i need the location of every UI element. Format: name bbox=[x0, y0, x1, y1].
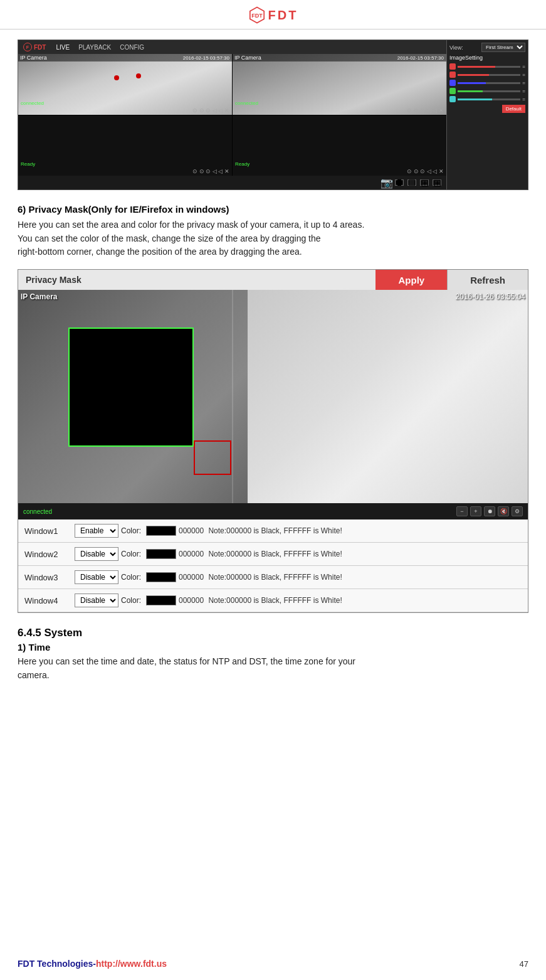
section6-line3: right-bottom corner, change the position… bbox=[18, 247, 302, 257]
window-3-select-wrap: Enable Disable Color: 000000 Note:000000… bbox=[75, 570, 522, 584]
privacy-mask-rect-1[interactable] bbox=[68, 328, 194, 447]
nvr-slider-2-fill bbox=[458, 74, 489, 76]
window-1-label: Window1 bbox=[18, 519, 68, 543]
svg-text:FDT: FDT bbox=[251, 13, 263, 19]
nvr-slider-1-track[interactable] bbox=[458, 66, 520, 68]
nvr-stream-select[interactable]: First Stream Second Stream bbox=[481, 43, 525, 52]
window-4-select-wrap: Enable Disable Color: 000000 Note:000000… bbox=[75, 594, 522, 607]
nvr-slider-2-val: = bbox=[522, 72, 525, 78]
nvr-cell-2-status: connected bbox=[235, 100, 258, 106]
nvr-slider-2: = bbox=[449, 72, 525, 78]
window-3-select[interactable]: Enable Disable bbox=[75, 570, 118, 584]
cam-settings-btn[interactable]: ⚙ bbox=[512, 506, 523, 516]
window-2-control: Enable Disable Color: 000000 Note:000000… bbox=[68, 543, 528, 566]
nvr-grid-icon[interactable]: ⊞ bbox=[433, 179, 441, 186]
nvr-slider-3-track[interactable] bbox=[458, 82, 520, 84]
nvr-imagesetting-label: ImageSetting bbox=[449, 55, 525, 61]
cam-minus-btn[interactable]: − bbox=[456, 506, 468, 516]
nvr-nav: LIVE PLAYBACK CONFIG bbox=[56, 44, 144, 51]
nvr-topbar: F FDT LIVE PLAYBACK CONFIG bbox=[18, 40, 446, 54]
window-2-note: 000000 bbox=[179, 550, 204, 558]
nvr-main-view: F FDT LIVE PLAYBACK CONFIG IP Camera 201… bbox=[18, 40, 447, 190]
section6-heading: 6) Privacy Mask(Only for IE/Firefox in w… bbox=[18, 204, 528, 215]
privacy-panel-header: Privacy Mask Apply Refresh bbox=[18, 270, 528, 290]
window-2-select[interactable]: Enable Disable bbox=[75, 547, 118, 561]
nvr-bottom-bar: 📷 ⏺ □ ⊞ ⊞ bbox=[18, 176, 446, 189]
nvr-logo-icon: F bbox=[23, 43, 32, 51]
nvr-slider-4-track[interactable] bbox=[458, 90, 520, 92]
nvr-nav-config[interactable]: CONFIG bbox=[120, 44, 144, 51]
footer-link: FDT Technologies-http://www.fdt.us bbox=[18, 959, 167, 969]
nvr-cell-1: IP Camera 2016-02-15 03:57:30 connected … bbox=[18, 54, 232, 115]
footer-url[interactable]: http://www.fdt.us bbox=[96, 959, 167, 969]
nvr-nav-playback[interactable]: PLAYBACK bbox=[78, 44, 111, 51]
window-4-note: 000000 bbox=[179, 596, 204, 605]
privacy-mask-rect-2[interactable] bbox=[194, 440, 231, 475]
nvr-cell-2-timestamp: 2016-02-15 03:57:30 bbox=[397, 55, 444, 61]
window-1-select[interactable]: Enable Disable bbox=[75, 524, 118, 538]
window-1-color-label: Color: bbox=[121, 526, 141, 535]
window-1-note-text: Note:000000 is Black, FFFFFF is White! bbox=[206, 526, 342, 535]
window-1-color-box[interactable] bbox=[146, 526, 176, 536]
window-1-note: 000000 bbox=[179, 526, 204, 535]
page-header: FDT FDT bbox=[0, 0, 546, 29]
nvr-logo: F FDT bbox=[23, 43, 46, 51]
window-2-label: Window2 bbox=[18, 543, 68, 566]
window-4-control: Enable Disable Color: 000000 Note:000000… bbox=[68, 589, 528, 612]
window-2-note-text: Note:000000 is Black, FFFFFF is White! bbox=[206, 550, 342, 558]
window-4-color-label: Color: bbox=[121, 596, 141, 605]
camera-timestamp: 2016-01-26 03:55:04 bbox=[456, 292, 525, 301]
window-4-select[interactable]: Enable Disable bbox=[75, 594, 118, 607]
window-row-2: Window2 Enable Disable Color: 000000 Not… bbox=[18, 543, 528, 566]
nvr-slider-5-track[interactable] bbox=[458, 99, 520, 100]
window-3-note: 000000 bbox=[179, 573, 204, 582]
window-row-3: Window3 Enable Disable Color: 000000 Not… bbox=[18, 566, 528, 589]
privacy-camera-view: IP Camera 2016-01-26 03:55:04 bbox=[18, 290, 528, 503]
window-4-note-text: Note:000000 is Black, FFFFFF is White! bbox=[206, 596, 342, 605]
window-3-color-label: Color: bbox=[121, 573, 141, 582]
window-3-color-box[interactable] bbox=[146, 572, 176, 582]
window-3-note-text: Note:000000 is Black, FFFFFF is White! bbox=[206, 573, 342, 582]
privacy-mask-panel: Privacy Mask Apply Refresh IP Camera 201… bbox=[18, 269, 528, 613]
nvr-slider-2-track[interactable] bbox=[458, 74, 520, 76]
nvr-default-button[interactable]: Default bbox=[502, 105, 525, 113]
window-1-control: Enable Disable Color: 000000 Note:000000… bbox=[68, 519, 528, 543]
footer-brand: FDT Technologies- bbox=[18, 959, 96, 969]
cam-rec-btn[interactable]: ⏺ bbox=[484, 506, 495, 516]
footer-page-number: 47 bbox=[520, 959, 528, 969]
section645-sub-heading: 1) Time bbox=[18, 642, 528, 652]
section645-body: Here you can set the time and date, the … bbox=[18, 655, 528, 682]
cam-mic-btn[interactable]: 🔇 bbox=[498, 506, 509, 516]
privacy-refresh-button[interactable]: Refresh bbox=[447, 270, 528, 290]
section645-heading: 6.4.5 System bbox=[18, 627, 528, 639]
section6-body: Here you can set the area and color for … bbox=[18, 218, 528, 259]
nvr-cell-3-status: Ready bbox=[21, 161, 35, 167]
privacy-apply-button[interactable]: Apply bbox=[375, 270, 447, 290]
nvr-cell-3: Ready ⊙ ⊙ ⊙ ◁ ◁ ✕ bbox=[18, 115, 232, 176]
nvr-single-icon[interactable]: □ bbox=[407, 179, 416, 186]
nvr-snap-icon[interactable]: 📷 bbox=[382, 179, 391, 186]
fdt-logo: FDT FDT bbox=[248, 6, 298, 24]
nvr-slider-3-val: = bbox=[522, 80, 525, 86]
nvr-slider-5-fill bbox=[458, 99, 492, 100]
page-footer: FDT Technologies-http://www.fdt.us 47 bbox=[18, 959, 528, 969]
camera-controls: − + ⏺ 🔇 ⚙ bbox=[456, 506, 523, 516]
camera-label: IP Camera bbox=[21, 292, 57, 301]
nvr-quad-icon[interactable]: ⊞ bbox=[420, 179, 429, 186]
nvr-cell-2: IP Camera 2016-02-15 03:57:30 connected … bbox=[233, 54, 446, 115]
nvr-rec-icon[interactable]: ⏺ bbox=[395, 179, 404, 186]
nvr-view-row: View: First Stream Second Stream bbox=[449, 43, 525, 52]
camera-divider bbox=[232, 290, 233, 503]
window-2-color-box[interactable] bbox=[146, 549, 176, 559]
window-row-4: Window4 Enable Disable Color: 000000 Not… bbox=[18, 589, 528, 612]
window-1-select-wrap: Enable Disable Color: 000000 Note:000000… bbox=[75, 524, 522, 538]
nvr-slider-4-fill bbox=[458, 90, 483, 92]
nvr-slider-3-fill bbox=[458, 82, 486, 84]
nvr-logo-text: FDT bbox=[34, 44, 46, 51]
nvr-cell-1-controls: ⊙ ⊙ ⊙ ◁ ◁ ✕ bbox=[192, 107, 229, 114]
cam-plus-btn[interactable]: + bbox=[470, 506, 481, 516]
nvr-nav-live[interactable]: LIVE bbox=[56, 44, 70, 51]
nvr-cell-4-status: Ready bbox=[235, 161, 249, 167]
window-4-color-box[interactable] bbox=[146, 595, 176, 605]
nvr-slider-3-color bbox=[449, 80, 456, 86]
